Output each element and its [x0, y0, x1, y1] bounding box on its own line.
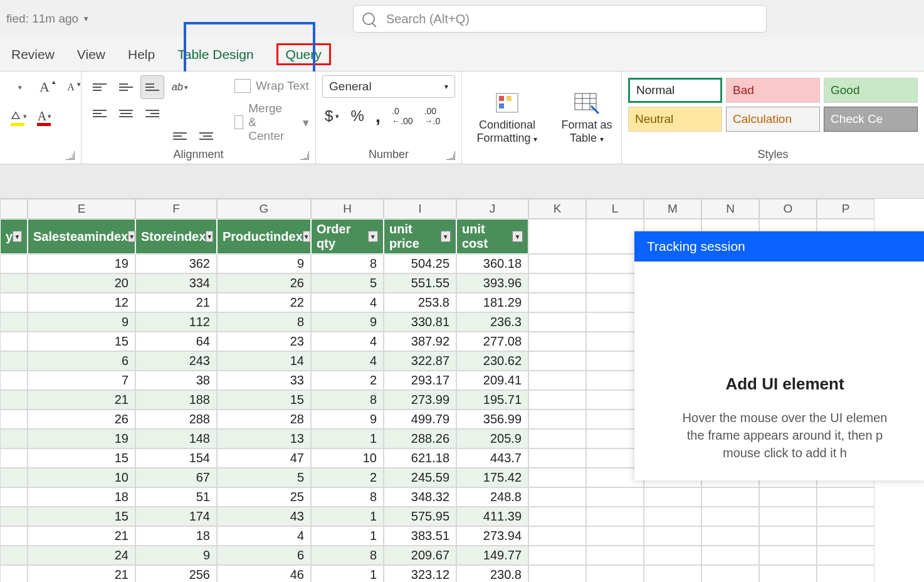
fill-color-button[interactable]: ▾: [6, 104, 30, 128]
cell[interactable]: [0, 293, 28, 312]
cell[interactable]: 4: [311, 351, 384, 371]
cell[interactable]: 9: [311, 410, 384, 429]
cell[interactable]: 230.62: [456, 351, 528, 371]
cell[interactable]: 43: [217, 507, 311, 526]
col-header-K[interactable]: K: [528, 199, 586, 219]
cell[interactable]: 288.26: [384, 429, 456, 448]
cell[interactable]: [586, 526, 644, 546]
col-header-N[interactable]: N: [701, 199, 759, 219]
cell[interactable]: 504.25: [384, 254, 456, 273]
table-row[interactable]: 15174431575.95411.39: [0, 507, 924, 526]
increase-decimal-button[interactable]: .0←.00: [389, 105, 415, 127]
cell[interactable]: 230.8: [456, 565, 528, 582]
cell[interactable]: [528, 565, 586, 582]
cell[interactable]: 19: [28, 254, 135, 273]
cell[interactable]: 273.94: [456, 526, 528, 546]
cell[interactable]: 23: [217, 332, 311, 351]
cell[interactable]: [528, 468, 586, 487]
cell[interactable]: 6: [217, 546, 311, 565]
cell[interactable]: [0, 312, 28, 332]
cell[interactable]: [644, 546, 701, 565]
cell[interactable]: [817, 487, 874, 507]
cell[interactable]: 334: [135, 273, 217, 293]
cell[interactable]: 67: [135, 468, 217, 487]
cell[interactable]: [759, 526, 817, 546]
table-row[interactable]: 21256461323.12230.8: [0, 565, 924, 582]
cell[interactable]: [528, 351, 586, 371]
style-normal[interactable]: Normal: [628, 78, 722, 103]
cell[interactable]: [0, 526, 28, 546]
cell[interactable]: 551.55: [384, 273, 456, 293]
cell[interactable]: 28: [217, 410, 311, 429]
cell[interactable]: 621.18: [384, 448, 456, 468]
filter-icon[interactable]: ▼: [13, 231, 22, 242]
cell[interactable]: [586, 546, 644, 565]
cell[interactable]: [0, 546, 28, 565]
cell[interactable]: [528, 293, 586, 312]
cell[interactable]: 236.3: [456, 312, 528, 332]
cell[interactable]: 5: [217, 468, 311, 487]
col-header-E[interactable]: E: [28, 199, 135, 219]
cell[interactable]: [586, 565, 644, 582]
cell[interactable]: 47: [217, 448, 311, 468]
cell[interactable]: 393.96: [456, 273, 528, 293]
cell[interactable]: [0, 468, 28, 487]
cell[interactable]: 10: [311, 448, 384, 468]
cell[interactable]: [528, 507, 586, 526]
cell[interactable]: 181.29: [456, 293, 528, 312]
table-row[interactable]: 24968209.67149.77: [0, 546, 924, 565]
cell[interactable]: 21: [28, 390, 135, 410]
col-header-P[interactable]: P: [817, 199, 874, 219]
cell[interactable]: [759, 487, 817, 507]
cell[interactable]: 38: [135, 371, 217, 390]
merge-center-button[interactable]: Merge & Center ▾: [234, 102, 309, 143]
percent-format-button[interactable]: %: [348, 106, 366, 126]
cell[interactable]: 322.87: [384, 351, 456, 371]
decrease-font-button[interactable]: A▾: [59, 75, 83, 99]
cell[interactable]: [701, 546, 759, 565]
cell[interactable]: 33: [217, 371, 311, 390]
cell[interactable]: 293.17: [384, 371, 456, 390]
filter-icon[interactable]: ▼: [512, 231, 523, 242]
table-header-salesteam[interactable]: Salesteamindex▼: [28, 219, 135, 254]
col-header-G[interactable]: G: [217, 199, 311, 219]
align-top-button[interactable]: [88, 75, 112, 99]
cell[interactable]: 387.92: [384, 332, 456, 351]
cell[interactable]: 8: [311, 546, 384, 565]
cell[interactable]: 8: [311, 487, 384, 507]
col-header-H[interactable]: H: [311, 199, 384, 219]
cell[interactable]: 253.8: [384, 293, 456, 312]
cell[interactable]: 19: [28, 429, 135, 448]
cell[interactable]: 1: [311, 565, 384, 582]
cell[interactable]: 148: [135, 429, 217, 448]
cell[interactable]: 64: [135, 332, 217, 351]
cell[interactable]: 356.99: [456, 410, 528, 429]
number-format-dropdown[interactable]: General▾: [322, 75, 455, 98]
cell[interactable]: 330.81: [384, 312, 456, 332]
cell[interactable]: [528, 487, 586, 507]
col-header[interactable]: [0, 199, 28, 219]
tab-help[interactable]: Help: [117, 41, 166, 68]
cell[interactable]: 8: [311, 390, 384, 410]
cell[interactable]: [0, 507, 28, 526]
cell[interactable]: [644, 487, 701, 507]
cell[interactable]: [644, 507, 701, 526]
cell[interactable]: 6: [28, 351, 135, 371]
cell[interactable]: 8: [217, 312, 311, 332]
cell[interactable]: 209.67: [384, 546, 456, 565]
style-bad[interactable]: Bad: [726, 78, 820, 103]
cell[interactable]: 2: [311, 468, 384, 487]
cell[interactable]: 9: [217, 254, 311, 273]
cell[interactable]: [0, 351, 28, 371]
col-header-O[interactable]: O: [759, 199, 817, 219]
style-check-cell[interactable]: Check Ce: [824, 107, 918, 132]
cell[interactable]: 4: [311, 332, 384, 351]
font-color-button[interactable]: A ▾: [33, 104, 56, 128]
cell[interactable]: 13: [217, 429, 311, 448]
cell[interactable]: [0, 487, 28, 507]
cell[interactable]: 243: [135, 351, 217, 371]
conditional-formatting-button[interactable]: Conditional Formatting ▾: [462, 71, 552, 164]
cell[interactable]: 7: [28, 371, 135, 390]
alignment-dialog-launcher[interactable]: [300, 151, 309, 160]
cell[interactable]: 26: [217, 273, 311, 293]
